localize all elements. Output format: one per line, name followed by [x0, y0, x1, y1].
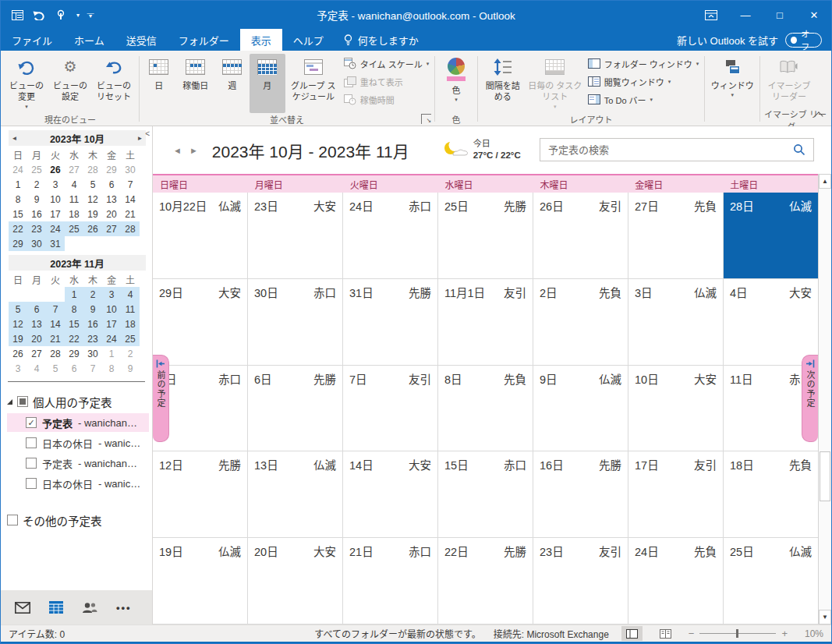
day-cell[interactable]: 27日先負: [628, 193, 724, 278]
mini-day[interactable]: 22: [65, 331, 83, 346]
mini-day[interactable]: 1: [9, 177, 27, 192]
mini-day[interactable]: 2: [121, 346, 140, 361]
mini-day[interactable]: 23: [27, 221, 46, 236]
mini-day[interactable]: 9: [83, 302, 102, 317]
calendar-group-personal[interactable]: 個人用の予定表: [7, 391, 149, 412]
day-cell[interactable]: 10日大安: [628, 366, 724, 451]
close-button[interactable]: ✕: [797, 1, 831, 29]
tab-folder[interactable]: フォルダー: [168, 29, 240, 51]
mini-day[interactable]: 15: [9, 207, 27, 221]
day-cell[interactable]: 4日大安: [724, 279, 818, 365]
group-schedule-button[interactable]: グループ スケジュール: [286, 54, 341, 113]
mini-day[interactable]: 6: [27, 302, 46, 317]
mini-day[interactable]: 24: [46, 221, 65, 236]
mini-day[interactable]: 6: [102, 177, 121, 192]
mini-day[interactable]: 21: [46, 331, 65, 346]
mini-day[interactable]: 30: [121, 162, 140, 177]
mini-day[interactable]: 5: [9, 302, 27, 317]
mail-icon[interactable]: [15, 602, 30, 614]
tab-view[interactable]: 表示: [240, 29, 282, 51]
mini-day[interactable]: 28: [83, 162, 102, 177]
day-cell[interactable]: 19日仏滅: [153, 538, 248, 624]
mini-day[interactable]: 7: [83, 361, 102, 376]
minimize-button[interactable]: —: [728, 1, 763, 29]
group-checkbox[interactable]: [17, 396, 28, 407]
mini-day[interactable]: 26: [9, 346, 27, 361]
day-cell[interactable]: 2日先負: [533, 279, 628, 365]
day-cell[interactable]: 18日先負: [724, 451, 818, 537]
day-cell[interactable]: 3日仏滅: [628, 279, 724, 365]
mini-day[interactable]: 9: [27, 192, 46, 207]
touch-mode-icon[interactable]: [51, 5, 71, 25]
day-cell[interactable]: 22日先勝: [438, 538, 533, 624]
zoom-slider[interactable]: [699, 633, 776, 634]
calendar-checkbox[interactable]: [26, 458, 37, 469]
next-month-icon[interactable]: ►: [134, 135, 146, 142]
mini-day[interactable]: 21: [121, 207, 140, 221]
zoom-in-icon[interactable]: +: [781, 628, 788, 639]
search-input[interactable]: [548, 144, 793, 156]
reset-view-button[interactable]: ビューのリセット: [92, 54, 136, 113]
window-button[interactable]: ウィンドウ▾: [708, 54, 756, 113]
week-view-button[interactable]: 週: [216, 54, 249, 113]
scrollbar-thumb[interactable]: [820, 451, 830, 501]
calendar-checkbox[interactable]: [26, 437, 37, 448]
search-icon[interactable]: [793, 143, 805, 156]
work-week-view-button[interactable]: 稼働日: [176, 54, 215, 113]
mini-day[interactable]: 17: [102, 317, 121, 331]
day-cell[interactable]: 25日先勝: [438, 193, 533, 278]
mini-day[interactable]: 1: [102, 346, 121, 361]
mini-day[interactable]: 24: [102, 331, 121, 346]
color-button[interactable]: 色▾: [438, 54, 474, 113]
mini-day[interactable]: 29: [65, 346, 83, 361]
time-scale-button[interactable]: タイム スケール▾: [342, 55, 431, 73]
mini-day[interactable]: 14: [121, 192, 140, 207]
day-cell[interactable]: 8日先負: [438, 366, 533, 451]
mini-day[interactable]: 10: [46, 192, 65, 207]
mini-day[interactable]: 12: [9, 317, 27, 331]
ribbon-display-options-icon[interactable]: [694, 1, 728, 29]
calendar-list-item[interactable]: 日本の休日 - wanic…: [7, 433, 149, 452]
day-cell[interactable]: 28日仏滅: [724, 193, 818, 278]
day-cell[interactable]: 23日大安: [248, 193, 343, 278]
day-cell[interactable]: 15日赤口: [438, 451, 533, 537]
mini-day[interactable]: 15: [65, 317, 83, 331]
new-outlook-toggle[interactable]: オフ: [785, 33, 822, 48]
mini-day[interactable]: 31: [46, 236, 65, 251]
day-cell[interactable]: 26日友引: [533, 193, 628, 278]
weather-widget[interactable]: 今日 27°C / 22°C: [442, 138, 521, 161]
mini-day[interactable]: 26: [83, 221, 102, 236]
day-cell[interactable]: 16日先勝: [533, 451, 628, 537]
mini-day[interactable]: 9: [121, 361, 140, 376]
tab-sendreceive[interactable]: 送受信: [115, 29, 168, 51]
mini-day[interactable]: 2: [27, 177, 46, 192]
mini-day[interactable]: 29: [102, 162, 121, 177]
mini-day[interactable]: 12: [83, 192, 102, 207]
mini-day[interactable]: 7: [121, 177, 140, 192]
day-cell[interactable]: 17日友引: [628, 451, 724, 537]
day-cell[interactable]: 29日大安: [153, 279, 248, 365]
mini-day[interactable]: 19: [9, 331, 27, 346]
zoom-level[interactable]: 10%: [800, 628, 823, 639]
day-cell[interactable]: 21日赤口: [343, 538, 438, 624]
zoom-out-icon[interactable]: −: [689, 628, 695, 639]
mini-day[interactable]: 24: [9, 162, 27, 177]
mini-day[interactable]: 22: [9, 221, 27, 236]
tell-me-box[interactable]: 何をしますか: [335, 29, 428, 51]
mini-day[interactable]: 19: [83, 207, 102, 221]
day-cell[interactable]: 23日友引: [533, 538, 628, 624]
mini-day[interactable]: 6: [65, 361, 83, 376]
day-cell[interactable]: 10月22日仏滅: [153, 193, 248, 278]
mini-day[interactable]: 5: [46, 361, 65, 376]
scroll-down-icon[interactable]: ▼: [819, 610, 831, 625]
mini-day[interactable]: 25: [121, 331, 140, 346]
mini-day[interactable]: 4: [121, 287, 140, 302]
calendar-icon[interactable]: [49, 601, 63, 614]
scroll-up-icon[interactable]: ▲: [819, 174, 831, 189]
day-cell[interactable]: 6日先勝: [248, 366, 343, 451]
compress-spacing-button[interactable]: 間隔を詰める: [481, 54, 525, 113]
mini-day[interactable]: 30: [83, 346, 102, 361]
maximize-button[interactable]: □: [763, 1, 797, 29]
more-options-icon[interactable]: •••: [116, 602, 132, 614]
mini-day[interactable]: 20: [27, 331, 46, 346]
